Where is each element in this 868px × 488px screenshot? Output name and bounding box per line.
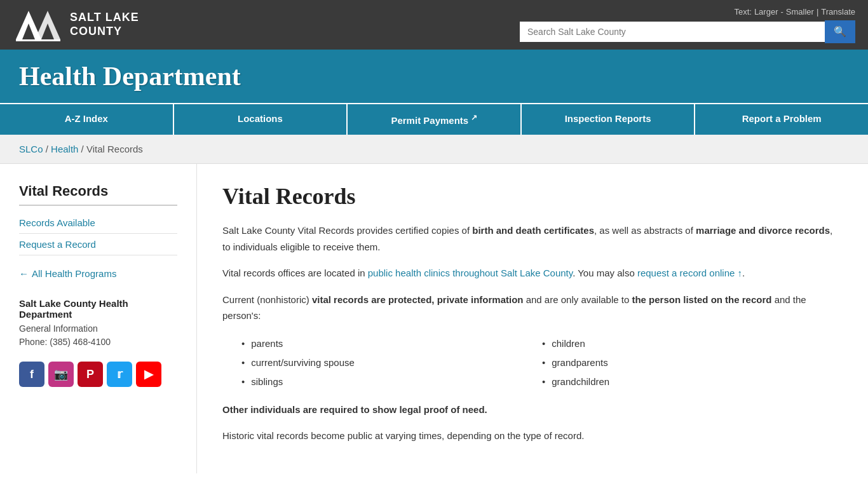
phone-info: Phone: (385) 468-4100: [19, 336, 177, 349]
logo-text: SALT LAKE COUNTY: [70, 11, 139, 38]
twitter-icon[interactable]: 𝕣: [107, 362, 132, 387]
para1: Salt Lake County Vital Records provides …: [222, 222, 843, 255]
list-item: siblings: [241, 372, 542, 391]
clinics-link[interactable]: public health clinics throughout Salt La…: [368, 268, 573, 278]
nav-report-problem[interactable]: Report a Problem: [695, 104, 868, 135]
text-size-bar: Text: Larger - Smaller | Translate: [734, 7, 855, 17]
main-content: Vital Records Records Available Request …: [0, 164, 868, 473]
sidebar-title: Vital Records: [19, 183, 177, 206]
breadcrumb-sep1: /: [46, 144, 51, 154]
legal-proof-note: Other individuals are required to show l…: [222, 402, 843, 418]
dept-banner: Health Department: [0, 50, 868, 103]
facebook-icon[interactable]: f: [19, 362, 44, 387]
breadcrumb-current: Vital Records: [86, 144, 143, 154]
back-link[interactable]: ← All Health Programs: [19, 268, 177, 279]
text-dash: -: [780, 7, 783, 17]
breadcrumb-health[interactable]: Health: [51, 144, 78, 154]
nav-permit-payments[interactable]: Permit Payments ↗: [348, 104, 522, 135]
breadcrumb-sep2: /: [81, 144, 86, 154]
main-nav: A-Z Index Locations Permit Payments ↗ In…: [0, 103, 868, 135]
sidebar-link-records[interactable]: Records Available: [19, 212, 177, 234]
search-input[interactable]: [520, 22, 825, 42]
nav-locations[interactable]: Locations: [174, 104, 348, 135]
slco-logo: [13, 8, 64, 43]
svg-rect-3: [16, 39, 60, 41]
list-item: parents: [241, 334, 542, 353]
list-item: current/surviving spouse: [241, 353, 542, 372]
search-button[interactable]: 🔍: [825, 20, 855, 43]
header-right: Text: Larger - Smaller | Translate 🔍: [520, 7, 855, 43]
para2: Vital records offices are located in pub…: [222, 265, 843, 281]
pinterest-icon[interactable]: P: [78, 362, 103, 387]
youtube-icon[interactable]: ▶: [136, 362, 161, 387]
translate-link[interactable]: Translate: [821, 7, 855, 17]
text-smaller-link[interactable]: Smaller: [786, 7, 814, 17]
top-header: SALT LAKE COUNTY Text: Larger - Smaller …: [0, 0, 868, 50]
para3: Current (nonhistoric) vital records are …: [222, 292, 843, 324]
nav-inspection-reports[interactable]: Inspection Reports: [522, 104, 696, 135]
eligible-list: parents children current/surviving spous…: [241, 334, 843, 391]
text-larger-link[interactable]: Larger: [754, 7, 778, 17]
search-bar: 🔍: [520, 20, 855, 43]
list-item: children: [542, 334, 843, 353]
text-label: Text:: [734, 7, 751, 17]
instagram-icon[interactable]: 📷: [48, 362, 74, 387]
dept-title: Health Department: [19, 61, 849, 92]
para4: Historic vital records become public at …: [222, 428, 843, 444]
article-content: Vital Records Salt Lake County Vital Rec…: [197, 164, 868, 473]
text-pipe: |: [817, 7, 818, 17]
breadcrumb-slco[interactable]: SLCo: [19, 144, 43, 154]
sidebar: Vital Records Records Available Request …: [0, 164, 197, 473]
request-record-link[interactable]: request a record online ↑: [637, 268, 742, 278]
sidebar-link-request[interactable]: Request a Record: [19, 234, 177, 255]
page-title: Vital Records: [222, 183, 843, 210]
logo-area: SALT LAKE COUNTY: [13, 8, 139, 43]
breadcrumb: SLCo / Health / Vital Records: [0, 135, 868, 164]
org-name: Salt Lake County Health Department: [19, 298, 177, 320]
sidebar-links: Records Available Request a Record: [19, 212, 177, 255]
list-item: grandchildren: [542, 372, 843, 391]
nav-az-index[interactable]: A-Z Index: [0, 104, 174, 135]
social-icons: f 📷 P 𝕣 ▶: [19, 362, 177, 387]
general-info-label: General Information: [19, 322, 177, 336]
external-icon: ↗: [468, 113, 477, 122]
sidebar-info: Salt Lake County Health Department Gener…: [19, 298, 177, 349]
list-item: grandparents: [542, 353, 843, 372]
